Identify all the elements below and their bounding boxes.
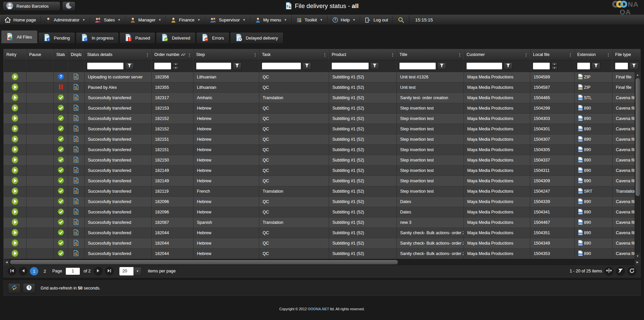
retry-button[interactable] [11, 115, 18, 123]
display-file-button[interactable] [73, 250, 79, 257]
display-file-button[interactable] [73, 84, 79, 91]
display-file-button[interactable] [73, 219, 79, 226]
filter-input-local-file[interactable] [533, 62, 550, 70]
previous-page-button[interactable] [19, 267, 28, 275]
table-row[interactable]: Successfully transfered182119FrenchTrans… [4, 186, 641, 197]
column-header-step[interactable]: Step⋮ [194, 49, 259, 60]
column-header-status[interactable]: Status [54, 49, 68, 60]
tab-in-progress[interactable]: ?In progress [76, 32, 119, 43]
search-button[interactable] [393, 15, 409, 25]
column-header-title[interactable]: Title⋮ [397, 49, 464, 60]
display-file-button[interactable] [73, 198, 79, 205]
tab-pending[interactable]: iPending [38, 32, 75, 43]
table-row[interactable]: Successfully transfered182149HebrewQCSub… [4, 176, 641, 186]
retry-button[interactable] [11, 218, 18, 227]
display-file-button[interactable] [73, 167, 79, 174]
column-header-local-file[interactable]: Local file⋮ [530, 49, 575, 60]
retry-button[interactable] [11, 198, 18, 206]
nav-item-log-out[interactable]: Log out [360, 15, 393, 25]
chevron-down-icon[interactable]: ▼ [133, 267, 142, 275]
spinner-down-icon[interactable]: ▼ [551, 66, 557, 70]
items-per-page-select[interactable]: 20▼ [119, 267, 142, 275]
column-header-extension[interactable]: Extension⋮ [575, 49, 612, 60]
nav-item-my-menu[interactable]: My menu▼ [251, 15, 292, 25]
retry-button[interactable] [11, 125, 18, 133]
display-file-button[interactable] [73, 73, 79, 81]
retry-button[interactable] [11, 146, 18, 154]
filter-funnel-button[interactable] [437, 62, 446, 70]
column-menu-icon[interactable]: ⋮ [145, 52, 149, 57]
filter-funnel-button[interactable] [504, 62, 513, 70]
retry-button[interactable] [11, 229, 18, 237]
column-header-display[interactable]: Display [68, 49, 85, 60]
table-row[interactable]: Successfully transfered182044HebrewQCSub… [4, 228, 641, 238]
auto-refresh-clock-button[interactable] [23, 283, 35, 294]
table-row[interactable]: Successfully transfered182149HebrewQCSub… [4, 166, 641, 176]
tab-delivered[interactable]: Delivered [156, 32, 196, 43]
clear-filters-button[interactable] [616, 267, 625, 276]
column-header-file-type[interactable]: File type [612, 49, 641, 60]
display-file-button[interactable] [73, 156, 79, 164]
filter-input-task[interactable] [262, 62, 301, 70]
filter-input-order-number[interactable] [154, 62, 171, 70]
table-row[interactable]: Paused by Alex182355LithuanianQCSubtitli… [4, 82, 641, 93]
display-file-button[interactable] [73, 240, 79, 247]
column-header-pause[interactable]: Pause [26, 49, 54, 60]
retry-button[interactable] [11, 104, 18, 113]
column-menu-icon[interactable]: ⋮ [253, 52, 256, 57]
last-page-button[interactable] [105, 267, 114, 275]
filter-input-title[interactable] [399, 62, 436, 70]
retry-button[interactable] [11, 208, 18, 216]
table-row[interactable]: Successfully transfered182153HebrewQCSub… [4, 103, 641, 114]
column-menu-icon[interactable]: ⋮ [187, 52, 191, 57]
retry-button[interactable] [11, 187, 18, 196]
table-row[interactable]: ?Uploading to customer server182356Lithu… [4, 72, 641, 82]
scroll-down-icon[interactable]: ▼ [635, 253, 640, 259]
display-file-button[interactable] [73, 188, 79, 195]
table-row[interactable]: Successfully transfered182044HebrewQCSub… [4, 249, 641, 259]
table-row[interactable]: Successfully transfered182096HebrewQCSub… [4, 207, 641, 217]
tab-delayed-delivery[interactable]: Delayed delivery [230, 32, 283, 43]
display-file-button[interactable] [73, 208, 79, 216]
display-file-button[interactable] [73, 105, 79, 112]
column-menu-icon[interactable]: ⋮ [323, 52, 326, 57]
filter-funnel-button[interactable] [303, 62, 311, 70]
retry-button[interactable] [11, 239, 18, 248]
filter-funnel-button[interactable] [125, 62, 134, 70]
scroll-up-icon[interactable]: ▲ [635, 72, 640, 78]
filter-input-customer[interactable] [466, 62, 502, 70]
filter-input-extension[interactable] [577, 62, 590, 70]
retry-button[interactable] [11, 156, 18, 165]
manual-refresh-button[interactable] [8, 283, 20, 294]
column-menu-icon[interactable]: ⋮ [606, 52, 609, 57]
filter-input-status-details[interactable] [87, 62, 124, 70]
horizontal-scroll-thumb[interactable] [10, 260, 398, 264]
next-page-button[interactable] [94, 267, 103, 275]
nav-item-manager[interactable]: Manager▼ [125, 15, 166, 25]
column-header-order-number[interactable]: Order number✓✓ ⋮ [152, 49, 194, 60]
vertical-scrollbar[interactable]: ▲ ▼ [635, 72, 640, 259]
fit-columns-button[interactable] [604, 267, 613, 276]
refresh-grid-button[interactable] [627, 267, 636, 276]
filter-funnel-button[interactable] [592, 62, 600, 70]
table-row[interactable]: Successfully transfered182044HebrewQCSub… [4, 238, 641, 249]
filter-funnel-button[interactable] [370, 62, 379, 70]
page-input[interactable] [65, 267, 80, 275]
nav-item-administrator[interactable]: Administrator▼ [41, 15, 90, 25]
tab-paused[interactable]: Paused [119, 32, 155, 43]
column-header-customer[interactable]: Customer⋮ [464, 49, 530, 60]
nav-item-home-page[interactable]: Home page [0, 15, 41, 25]
table-row[interactable]: Successfully transfered182150HebrewQCSub… [4, 155, 641, 166]
table-row[interactable]: Successfully transfered182096HebrewQCSub… [4, 197, 641, 207]
display-file-button[interactable] [73, 136, 79, 143]
filter-funnel-button[interactable] [233, 62, 241, 70]
filter-input-product[interactable] [331, 62, 369, 70]
nav-item-finance[interactable]: Finance▼ [166, 15, 205, 25]
nav-item-supervisor[interactable]: Supervisor▼ [205, 15, 251, 25]
retry-button[interactable] [11, 250, 18, 258]
retry-button[interactable] [11, 83, 18, 92]
retry-button[interactable] [11, 167, 18, 175]
display-file-button[interactable] [73, 229, 79, 237]
table-row[interactable]: Successfully transfered182317AmharicTran… [4, 93, 641, 103]
page-number-2[interactable]: 2 [41, 267, 49, 275]
